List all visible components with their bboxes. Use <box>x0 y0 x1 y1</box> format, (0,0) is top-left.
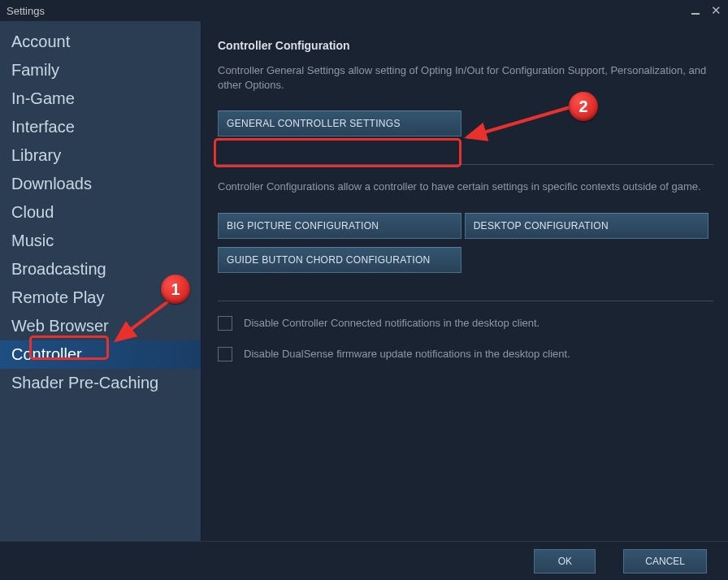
desktop-config-button[interactable]: DESKTOP CONFIGURATION <box>465 213 708 239</box>
sidebar-item-shader-pre-caching[interactable]: Shader Pre-Caching <box>0 369 201 397</box>
sidebar-item-interface[interactable]: Interface <box>0 113 201 141</box>
big-picture-config-button[interactable]: BIG PICTURE CONFIGURATION <box>218 213 462 239</box>
titlebar: Settings ✕ <box>0 0 728 21</box>
sidebar-item-cloud[interactable]: Cloud <box>0 198 201 227</box>
disable-controller-connected-checkbox[interactable] <box>218 316 232 331</box>
titlebar-controls: ✕ <box>691 3 722 18</box>
sidebar-item-controller[interactable]: Controller <box>0 340 201 369</box>
sidebar-item-library[interactable]: Library <box>0 141 201 170</box>
ok-button[interactable]: OK <box>534 549 596 574</box>
section-title: Controller Configuration <box>218 39 713 52</box>
general-controller-settings-button[interactable]: GENERAL CONTROLLER SETTINGS <box>218 110 462 136</box>
sidebar-item-music[interactable]: Music <box>0 227 201 255</box>
sidebar-item-in-game[interactable]: In-Game <box>0 84 201 113</box>
section-description: Controller General Settings allow settin… <box>218 63 713 93</box>
guide-button-chord-config-button[interactable]: GUIDE BUTTON CHORD CONFIGURATION <box>218 247 462 273</box>
checkbox-row-2: Disable DualSense firmware update notifi… <box>218 347 713 361</box>
checkbox-row-1: Disable Controller Connected notificatio… <box>218 316 713 331</box>
sidebar-item-remote-play[interactable]: Remote Play <box>0 284 201 312</box>
window-title: Settings <box>6 5 45 17</box>
sidebar: Account Family In-Game Interface Library… <box>0 21 202 541</box>
cancel-button[interactable]: CANCEL <box>623 549 707 574</box>
checkbox-label: Disable DualSense firmware update notifi… <box>244 348 570 360</box>
divider <box>218 164 713 165</box>
close-button[interactable]: ✕ <box>711 3 722 18</box>
main-area: Account Family In-Game Interface Library… <box>0 21 728 541</box>
section2-description: Controller Configurations allow a contro… <box>218 180 713 194</box>
sidebar-item-family[interactable]: Family <box>0 56 201 84</box>
divider-2 <box>218 301 713 301</box>
sidebar-item-account[interactable]: Account <box>0 28 201 56</box>
footer: OK CANCEL <box>0 541 728 580</box>
content-panel: Controller Configuration Controller Gene… <box>202 21 728 541</box>
checkbox-label: Disable Controller Connected notificatio… <box>244 317 540 329</box>
disable-dualsense-firmware-checkbox[interactable] <box>218 347 232 361</box>
sidebar-item-web-browser[interactable]: Web Browser <box>0 312 201 340</box>
sidebar-item-downloads[interactable]: Downloads <box>0 170 201 198</box>
sidebar-item-broadcasting[interactable]: Broadcasting <box>0 255 201 284</box>
minimize-button[interactable] <box>691 4 700 17</box>
